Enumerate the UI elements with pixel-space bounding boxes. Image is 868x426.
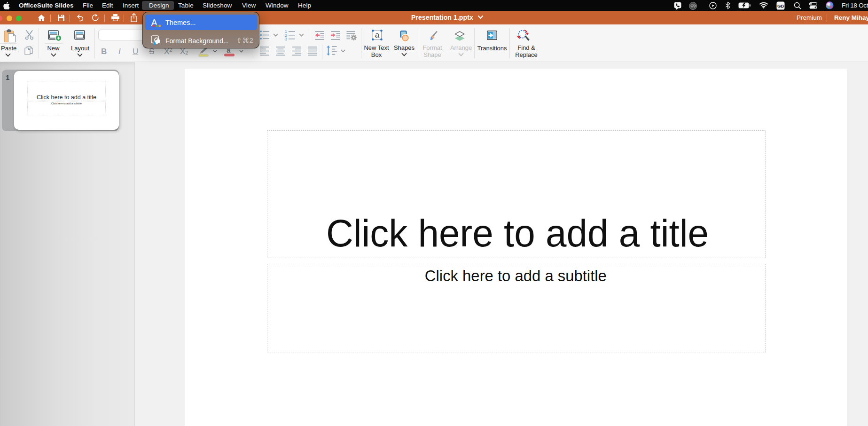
svg-text:GB: GB: [777, 3, 784, 8]
svg-text:a: a: [375, 31, 379, 39]
svg-text:3: 3: [285, 36, 287, 41]
